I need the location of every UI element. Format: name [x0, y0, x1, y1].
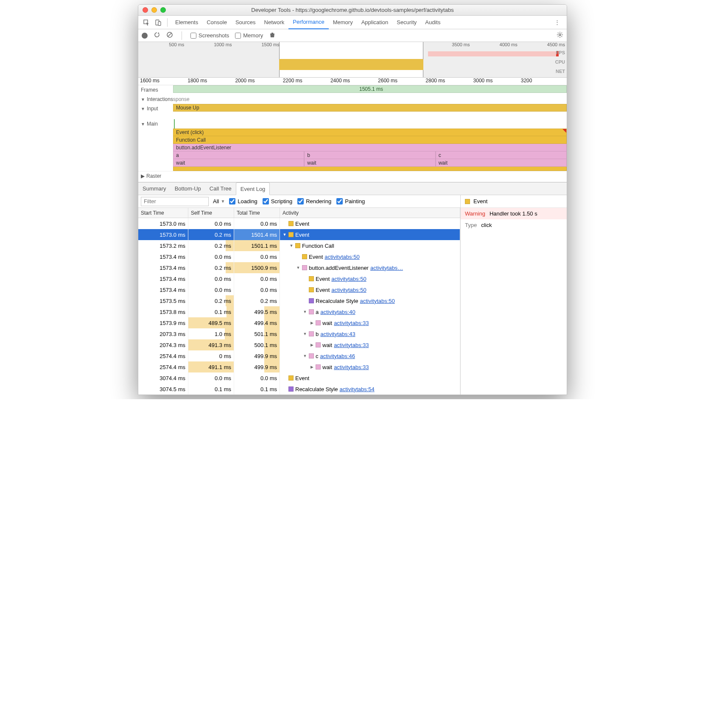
input-label[interactable]: ▼Input — [138, 104, 173, 113]
record-button[interactable] — [142, 33, 148, 39]
source-link[interactable]: activitytabs:43 — [320, 331, 355, 337]
svg-rect-2 — [158, 22, 161, 25]
screenshots-checkbox[interactable]: Screenshots — [190, 32, 229, 39]
tab-application[interactable]: Application — [357, 16, 393, 29]
table-row[interactable]: 1573.4 ms0.0 ms0.0 msEventactivitytabs:5… — [138, 251, 460, 262]
device-icon[interactable] — [153, 17, 164, 28]
event-swatch-icon — [465, 199, 470, 204]
source-link[interactable]: activitytabs:50 — [331, 287, 366, 293]
filter-scripting[interactable]: Scripting — [263, 198, 293, 204]
tab-elements[interactable]: Elements — [171, 16, 202, 29]
frames-label[interactable]: Frames — [138, 85, 173, 95]
activity-swatch-icon — [309, 276, 314, 281]
flame-event-click[interactable]: Event (click) — [173, 129, 567, 136]
memory-checkbox[interactable]: Memory — [235, 32, 263, 39]
col-self[interactable]: Self Time — [188, 208, 234, 218]
col-start[interactable]: Start Time — [138, 208, 188, 218]
tab-audits[interactable]: Audits — [421, 16, 445, 29]
expand-icon[interactable]: ▼ — [303, 354, 307, 358]
type-row: Type click — [461, 219, 567, 231]
table-row[interactable]: 1573.8 ms0.1 ms499.5 ms▼aactivitytabs:40 — [138, 306, 460, 317]
tab-console[interactable]: Console — [202, 16, 231, 29]
filter-painting[interactable]: Painting — [336, 198, 365, 204]
source-link[interactable]: activitytabs:46 — [320, 353, 355, 359]
expand-icon[interactable]: ▶ — [310, 321, 314, 325]
inspect-icon[interactable] — [141, 17, 152, 28]
tracks[interactable]: Frames 1505.1 ms ▼Interactions sponse ▼I… — [138, 85, 567, 182]
source-link[interactable]: activitytabs:33 — [334, 320, 369, 326]
expand-icon[interactable]: ▼ — [289, 244, 294, 248]
minimize-icon[interactable] — [151, 7, 157, 13]
tab-network[interactable]: Network — [260, 16, 289, 29]
table-row[interactable]: 1573.5 ms0.2 ms0.2 msRecalculate Styleac… — [138, 295, 460, 306]
expand-icon[interactable]: ▼ — [283, 232, 287, 237]
reload-button[interactable] — [154, 31, 160, 39]
table-row[interactable]: 3074.5 ms0.1 ms0.1 msRecalculate Styleac… — [138, 384, 460, 395]
source-link[interactable]: activitytabs:33 — [334, 364, 369, 370]
flame-wait-3[interactable]: wait — [436, 159, 567, 167]
zoom-icon[interactable] — [160, 7, 166, 13]
flame-b[interactable]: b — [304, 151, 435, 159]
table-row[interactable]: 1573.0 ms0.2 ms1501.4 ms▼Event — [138, 229, 460, 240]
flame-function-call[interactable]: Function Call — [173, 136, 567, 144]
flame-add-listener[interactable]: button.addEventListener — [173, 144, 567, 151]
col-activity[interactable]: Activity — [280, 208, 460, 218]
table-row[interactable]: 1573.2 ms0.2 ms1501.1 ms▼Function Call — [138, 240, 460, 251]
bottom-tab-summary[interactable]: Summary — [138, 182, 171, 195]
overview[interactable]: 500 ms1000 ms1500 ms2000 ms2500 ms3000 m… — [138, 42, 567, 78]
filter-rendering[interactable]: Rendering — [297, 198, 331, 204]
close-icon[interactable] — [143, 7, 148, 13]
table-row[interactable]: 1573.9 ms489.5 ms499.4 ms▶waitactivityta… — [138, 317, 460, 328]
source-link[interactable]: activitytabs… — [370, 265, 403, 271]
table-row[interactable]: 2574.4 ms491.1 ms499.9 ms▶waitactivityta… — [138, 361, 460, 372]
flame-wait-2[interactable]: wait — [304, 159, 435, 167]
source-link[interactable]: activitytabs:40 — [320, 309, 355, 315]
svg-line-4 — [168, 33, 171, 36]
table-row[interactable]: 2574.4 ms0 ms499.9 ms▼cactivitytabs:46 — [138, 350, 460, 361]
bottom-tab-bottom-up[interactable]: Bottom-Up — [171, 182, 205, 195]
interactions-label[interactable]: ▼Interactions — [138, 95, 173, 104]
clear-button[interactable] — [166, 31, 173, 39]
expand-icon[interactable]: ▶ — [310, 365, 314, 369]
col-total[interactable]: Total Time — [234, 208, 280, 218]
frame-bar[interactable]: 1505.1 ms — [173, 85, 567, 93]
table-row[interactable]: 2073.3 ms1.0 ms501.1 ms▼bactivitytabs:43 — [138, 328, 460, 339]
table-row[interactable]: 2074.3 ms491.3 ms500.1 ms▶waitactivityta… — [138, 339, 460, 350]
tab-memory[interactable]: Memory — [329, 16, 357, 29]
source-link[interactable]: activitytabs:54 — [339, 386, 374, 392]
flame-c[interactable]: c — [436, 151, 567, 159]
flame-a[interactable]: a — [173, 151, 304, 159]
event-log-table: 1573.0 ms0.0 ms0.0 msEvent1573.0 ms0.2 m… — [138, 218, 460, 395]
table-row[interactable]: 1573.4 ms0.0 ms0.0 msEventactivitytabs:5… — [138, 284, 460, 295]
tab-sources[interactable]: Sources — [231, 16, 260, 29]
activity-swatch-icon — [316, 320, 321, 325]
main-label[interactable]: ▼Main — [138, 119, 173, 129]
bottom-tab-event-log[interactable]: Event Log — [236, 182, 270, 195]
expand-icon[interactable]: ▼ — [296, 266, 300, 270]
table-row[interactable]: 1573.0 ms0.0 ms0.0 msEvent — [138, 218, 460, 229]
expand-icon[interactable]: ▶ — [310, 343, 314, 347]
bottom-tab-call-tree[interactable]: Call Tree — [205, 182, 236, 195]
input-bar[interactable]: Mouse Up — [173, 104, 567, 112]
tab-performance[interactable]: Performance — [288, 16, 328, 29]
gc-button[interactable] — [269, 31, 276, 39]
table-row[interactable]: 1573.4 ms0.2 ms1500.9 ms▼button.addEvent… — [138, 262, 460, 273]
activity-swatch-icon — [309, 353, 314, 358]
duration-select[interactable]: All▼ — [213, 198, 225, 204]
table-row[interactable]: 1573.4 ms0.0 ms0.0 msEventactivitytabs:5… — [138, 273, 460, 284]
table-row[interactable]: 3074.4 ms0.0 ms0.0 msEvent — [138, 372, 460, 384]
filter-input[interactable] — [141, 197, 209, 206]
flame-wait-1[interactable]: wait — [173, 159, 304, 167]
flame-tail[interactable] — [173, 167, 567, 171]
more-icon[interactable]: ⋮ — [550, 19, 564, 25]
expand-icon[interactable]: ▼ — [303, 332, 307, 336]
source-link[interactable]: activitytabs:50 — [325, 254, 359, 260]
raster-label[interactable]: ▶Raster — [138, 171, 567, 180]
source-link[interactable]: activitytabs:50 — [360, 298, 394, 304]
expand-icon[interactable]: ▼ — [303, 310, 307, 314]
source-link[interactable]: activitytabs:33 — [334, 342, 369, 348]
tab-security[interactable]: Security — [392, 16, 421, 29]
filter-loading[interactable]: Loading — [229, 198, 257, 204]
source-link[interactable]: activitytabs:50 — [331, 276, 366, 282]
settings-icon[interactable] — [557, 31, 563, 39]
